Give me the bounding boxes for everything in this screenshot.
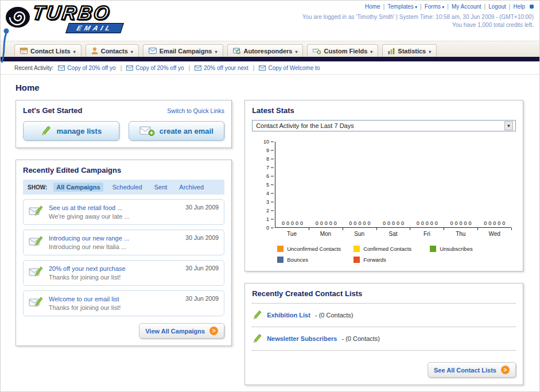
caret-down-icon: [429, 48, 431, 55]
filter-sent[interactable]: Sent: [151, 183, 170, 192]
recent-activity-item[interactable]: Copy of Welcome to: [259, 65, 320, 71]
filter-all-campaigns[interactable]: All Campaigns: [53, 183, 103, 192]
credits-info: You have 1,000 total credits left.: [302, 22, 534, 28]
link-separator: |: [447, 3, 449, 10]
stats-period-select[interactable]: Contact Activity for the Last 7 Days ▼: [252, 120, 516, 131]
get-started-title: Let's Get Started: [23, 106, 83, 115]
recent-activity-bar: Recent Activity: Copy of 20% off yo | Co…: [1, 61, 539, 75]
autoresponders-icon: [233, 48, 241, 55]
campaign-date: 30 Jun 2009: [185, 204, 219, 211]
manage-lists-label: manage lists: [56, 127, 102, 135]
tab-label: Custom Fields: [324, 48, 367, 55]
chart-category-group: 00000: [410, 142, 444, 227]
link-separator: |: [383, 3, 385, 10]
chart-value-labels: 00000: [444, 220, 478, 226]
see-all-contact-lists-button[interactable]: See All Contact Lists >: [428, 362, 516, 378]
logo-text: TURBO EMAIL: [33, 3, 122, 33]
chart-plot-area: 012345678910 000000000000000000000000000…: [275, 142, 511, 228]
envelope-plus-icon: [139, 125, 155, 137]
tab-statistics[interactable]: Statistics: [382, 44, 437, 57]
main-content: Home Let's Get Started Switch to Quick L…: [1, 75, 539, 392]
caret-down-icon: [215, 48, 217, 55]
top-link-templates[interactable]: Templates: [387, 3, 417, 10]
y-axis-tick: 8: [266, 157, 274, 162]
help-indicator-icon[interactable]: [530, 5, 534, 9]
dotted-divider: [252, 327, 516, 327]
x-axis-label: Sun: [343, 231, 376, 237]
campaign-list-item[interactable]: Introducing our new range ... Introducin…: [23, 230, 224, 255]
logo-antenna-decoration: [1, 28, 10, 64]
tab-email-campaigns[interactable]: Email Campaigns: [143, 44, 223, 57]
legend-swatch: [277, 246, 283, 252]
switch-quick-links-link[interactable]: Switch to Quick Links: [167, 107, 224, 114]
top-link-help[interactable]: Help: [513, 3, 525, 10]
campaign-list-item[interactable]: See us at the retail food ... We're givi…: [23, 199, 224, 225]
chart-category-group: 00000: [444, 142, 478, 227]
tab-autoresponders[interactable]: Autoresponders: [227, 44, 304, 57]
campaign-date: 30 Jun 2009: [185, 265, 219, 271]
page: TURBO EMAIL Home| Templates| Forms| My A…: [0, 0, 540, 392]
recent-campaigns-title: Recently Edited Campaigns: [23, 166, 121, 174]
view-all-campaigns-button[interactable]: View All Campaigns >: [139, 323, 224, 339]
y-axis-tick: 7: [266, 165, 274, 170]
campaign-subtitle: Thanks for joining our list!: [49, 274, 126, 281]
top-nav-links: Home| Templates| Forms| My Account| Logo…: [302, 3, 534, 10]
chart-category-group: 00000: [343, 142, 377, 227]
top-link-logout[interactable]: Logout: [488, 3, 506, 10]
x-axis-label: Sat: [376, 231, 410, 237]
legend-swatch: [353, 246, 360, 252]
y-axis-tick: 2: [266, 208, 274, 214]
campaign-filter-bar: SHOW: All Campaigns Scheduled Sent Archi…: [23, 180, 224, 195]
y-axis-tick: 1: [266, 217, 274, 222]
envelope-pencil-icon: [29, 265, 44, 278]
top-link-forms[interactable]: Forms: [425, 3, 445, 10]
manage-lists-button[interactable]: manage lists: [23, 121, 119, 141]
chart-value-labels: 00000: [343, 220, 377, 226]
campaign-title-link[interactable]: Introducing our new range ...: [49, 235, 129, 242]
top-link-my-account[interactable]: My Account: [452, 3, 481, 10]
campaign-subtitle: Introducing our new Italia ...: [49, 243, 129, 250]
caret-down-icon: [131, 48, 133, 55]
y-axis-tick: 3: [266, 200, 274, 205]
legend-item: Unconfirmed Contacts: [277, 246, 353, 252]
chart-category-group: 00000: [275, 142, 309, 227]
campaign-list-item[interactable]: 20% off your next purchase Thanks for jo…: [23, 260, 224, 286]
tab-contact-lists[interactable]: Contact Lists: [14, 44, 81, 57]
campaign-list-item[interactable]: Welcome to our email list Thanks for joi…: [23, 290, 224, 316]
nav-accent-bar: [1, 57, 539, 61]
filter-archived[interactable]: Archived: [176, 183, 207, 192]
campaign-subtitle: Thanks for joining our list!: [49, 304, 121, 311]
activity-separator: |: [253, 65, 255, 71]
campaign-title-link[interactable]: Welcome to our email list: [49, 296, 121, 302]
recent-activity-item[interactable]: Copy of 20% off yo: [58, 65, 115, 71]
chart-value-labels: 00000: [275, 220, 309, 226]
recent-activity-item[interactable]: Copy of 20% off yo: [126, 65, 184, 71]
main-nav: Contact Lists Contacts Email Campaigns A…: [1, 41, 539, 57]
dotted-divider: [252, 303, 516, 304]
recent-activity-item[interactable]: 20% off your next: [195, 65, 248, 71]
view-all-campaigns-label: View All Campaigns: [145, 328, 205, 335]
tab-label: Email Campaigns: [160, 48, 212, 55]
legend-swatch: [353, 257, 360, 263]
latest-stats-panel: Latest Stats Contact Activity for the La…: [244, 100, 523, 271]
legend-item: Confirmed Contacts: [353, 246, 430, 252]
x-axis-label: Thu: [444, 231, 477, 237]
campaign-title-link[interactable]: See us at the retail food ...: [49, 204, 130, 211]
campaign-title-link[interactable]: 20% off your next purchase: [49, 265, 126, 272]
contact-list-link[interactable]: Exhibition List: [267, 312, 310, 319]
contact-list-item[interactable]: Exhibition List - (0 Contacts): [252, 309, 516, 321]
contact-list-link[interactable]: Newsletter Subscribers: [267, 335, 337, 342]
chart-y-axis: 012345678910: [252, 142, 274, 228]
contact-list-item[interactable]: Newsletter Subscribers - (0 Contacts): [252, 332, 516, 345]
tab-custom-fields[interactable]: Custom Fields: [307, 44, 378, 57]
chart-legend: Unconfirmed ContactsConfirmed ContactsUn…: [277, 246, 516, 263]
tab-contacts[interactable]: Contacts: [86, 44, 139, 57]
logo-word-email: EMAIL: [65, 23, 124, 33]
top-link-home[interactable]: Home: [365, 3, 380, 10]
stats-period-value: Contact Activity for the Last 7 Days: [256, 122, 354, 129]
filter-scheduled[interactable]: Scheduled: [110, 183, 145, 192]
create-email-button[interactable]: create an email: [129, 121, 225, 141]
logo-word-turbo: TURBO: [32, 3, 124, 22]
tab-label: Contacts: [101, 48, 128, 55]
pencil-icon: [252, 310, 262, 320]
